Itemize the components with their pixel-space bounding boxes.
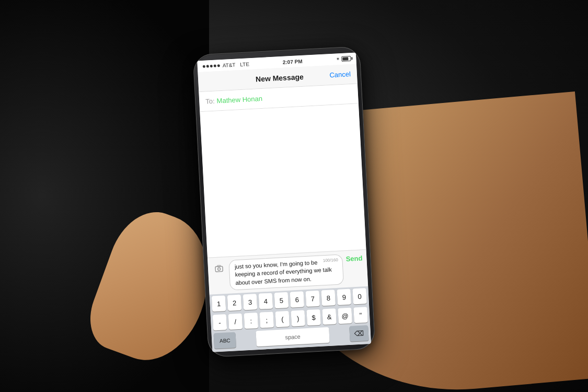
compose-row: just so you know, I'm going to be keepin… [212,253,364,291]
phone-screen: AT&T LTE 2:07 PM ✴ New Message Cancel [197,52,371,352]
battery-icon [341,56,351,62]
message-area[interactable] [200,103,366,257]
key-2[interactable]: 2 [227,295,241,311]
bluetooth-icon: ✴ [336,56,340,62]
key-8[interactable]: 8 [321,290,336,306]
key-open-paren[interactable]: ( [275,311,290,327]
key-7[interactable]: 7 [305,291,320,307]
key-quote[interactable]: " [353,307,368,323]
message-input[interactable]: just so you know, I'm going to be keepin… [228,254,344,291]
key-space[interactable]: space [256,327,329,347]
to-contact[interactable]: Mathew Honan [216,95,262,105]
message-text: just so you know, I'm going to be keepin… [234,259,331,286]
key-colon[interactable]: : [244,313,258,329]
key-5[interactable]: 5 [274,292,289,308]
key-slash[interactable]: / [228,314,243,330]
send-button[interactable]: Send [345,254,363,263]
signal-dots [202,64,220,68]
nav-title: New Message [255,72,304,83]
signal-dot-2 [206,65,209,67]
status-left: AT&T LTE [202,61,249,70]
key-0[interactable]: 0 [352,288,367,304]
phone-device: AT&T LTE 2:07 PM ✴ New Message Cancel [192,46,375,358]
key-6[interactable]: 6 [290,291,304,307]
signal-dot-3 [210,64,212,67]
char-count: 100/160 [322,257,338,264]
signal-dot-4 [213,64,216,67]
status-right: ✴ [336,56,351,62]
svg-point-1 [217,268,220,270]
key-ampersand[interactable]: & [322,308,337,325]
key-4[interactable]: 4 [258,293,273,309]
key-at[interactable]: @ [338,308,352,324]
key-1[interactable]: 1 [211,295,226,312]
to-label: To: [205,97,214,106]
scene: AT&T LTE 2:07 PM ✴ New Message Cancel [0,0,588,392]
key-3[interactable]: 3 [243,294,257,310]
cancel-button[interactable]: Cancel [329,70,351,79]
key-delete[interactable]: ⌫ [349,325,369,342]
camera-button[interactable] [212,261,226,275]
key-9[interactable]: 9 [337,289,351,305]
key-dash[interactable]: - [212,314,227,330]
signal-dot-5 [217,64,220,67]
key-close-paren[interactable]: ) [291,310,305,326]
keyboard: 1 2 3 4 5 6 7 8 9 0 - / : ; ( [209,286,371,352]
status-time: 2:07 PM [282,58,302,65]
key-semicolon[interactable]: ; [259,312,274,328]
signal-dot-1 [202,65,205,67]
battery-fill [342,57,348,61]
network-label: LTE [239,61,249,67]
key-abc[interactable]: ABC [213,332,236,349]
carrier-label: AT&T [222,62,235,68]
svg-rect-0 [215,266,223,272]
key-dollar[interactable]: $ [306,309,321,326]
